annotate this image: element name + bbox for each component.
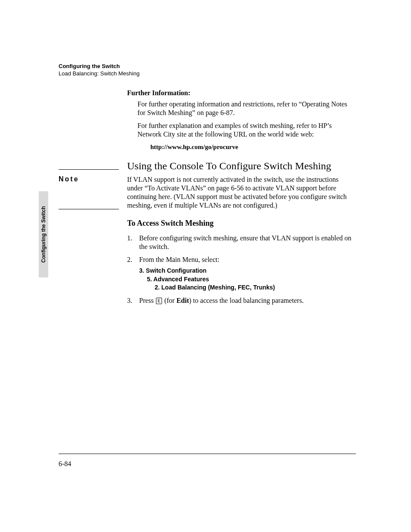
side-tab: Configuring the Switch	[39, 191, 48, 277]
side-tab-label: Configuring the Switch	[40, 206, 47, 262]
header-title: Configuring the Switch	[59, 63, 140, 69]
step-3-number: 3.	[127, 296, 132, 305]
steps-list: 1. Before configuring switch meshing, en…	[127, 234, 355, 305]
step-1: 1. Before configuring switch meshing, en…	[127, 234, 355, 251]
page-header: Configuring the Switch Load Balancing: S…	[59, 63, 140, 77]
step-2: 2. From the Main Menu, select: 3. Switch…	[127, 255, 355, 292]
step-1-text: Before configuring switch meshing, ensur…	[139, 234, 352, 250]
step-1-number: 1.	[127, 234, 132, 243]
note-rule-top	[59, 169, 119, 170]
further-info-p1: For further operating information and re…	[137, 100, 355, 117]
menu-path: 3. Switch Configuration 5. Advanced Feat…	[139, 267, 355, 292]
note-label: Note	[59, 175, 79, 183]
subsection-title: To Access Switch Meshing	[127, 219, 355, 228]
menu-path-l2: 5. Advanced Features	[139, 275, 355, 284]
header-subtitle: Load Balancing: Switch Meshing	[59, 70, 140, 77]
note-body: If VLAN support is not currently activat…	[127, 175, 356, 210]
page: Configuring the Switch Configuring the S…	[0, 0, 411, 532]
note-rule-bottom	[59, 209, 119, 209]
keycap-e: E	[156, 298, 162, 304]
further-info-url: http://www.hp.com/go/procurve	[150, 143, 355, 151]
menu-path-l3: 2. Load Balancing (Meshing, FEC, Trunks)	[139, 283, 355, 292]
section-title: Using the Console To Configure Switch Me…	[127, 160, 355, 172]
step-3-mid: (for	[162, 297, 176, 304]
step-3-post: ) to access the load balancing parameter…	[189, 297, 304, 304]
step-3-pre: Press	[139, 297, 156, 304]
footer-rule	[59, 454, 356, 454]
step-3-bold: Edit	[176, 297, 189, 304]
further-info-heading: Further Information:	[127, 89, 355, 97]
step-3: 3. Press E (for Edit) to access the load…	[127, 296, 355, 305]
page-number: 6-84	[59, 460, 71, 468]
step-2-number: 2.	[127, 255, 132, 264]
further-info-p2: For further explanation and examples of …	[137, 121, 355, 139]
content-bottom: To Access Switch Meshing 1. Before confi…	[127, 219, 355, 309]
content-top: Further Information: For further operati…	[127, 89, 355, 174]
menu-path-l1: 3. Switch Configuration	[139, 267, 355, 275]
step-2-text: From the Main Menu, select:	[139, 256, 219, 263]
